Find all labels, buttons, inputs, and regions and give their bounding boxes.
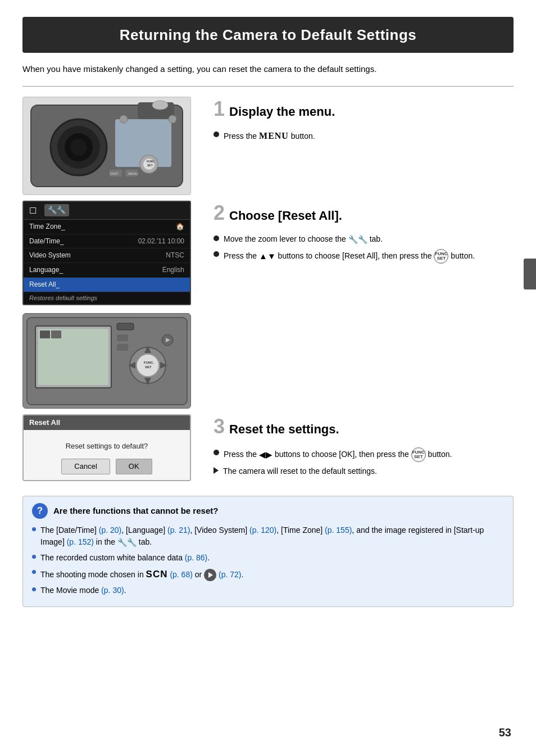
faq-item-2-text: The recorded custom white balance data (… (40, 552, 210, 564)
step-3-title: Reset the settings. (229, 422, 339, 437)
step-2-images-stack: ☐ 🔧🔧 Time Zone_ 🏠 Date/Time_ 02.02.'11 1… (22, 201, 202, 409)
camera-back-image: FUNC. SET (22, 313, 191, 409)
link-time-zone[interactable]: (p. 155) (325, 526, 352, 535)
svg-point-11 (120, 115, 128, 123)
svg-rect-21 (40, 331, 50, 338)
faq-list: The [Date/Time] (p. 20), [Language] (p. … (32, 524, 504, 596)
svg-point-12 (169, 115, 176, 123)
svg-rect-22 (51, 331, 61, 338)
step-3-number: 3 (214, 417, 225, 437)
link-white-balance[interactable]: (p. 86) (185, 553, 207, 562)
bullet-icon-2a (214, 236, 219, 241)
triangle-icon (214, 467, 219, 474)
svg-point-5 (70, 139, 87, 156)
screen-tab-camera: ☐ (27, 203, 39, 218)
bullet-icon-2b (214, 251, 219, 257)
svg-text:SET: SET (147, 164, 153, 167)
menu-row-video-label: Video System (29, 251, 71, 260)
arrow-updown-icon: ▲▼ (259, 251, 276, 261)
faq-bullet-4 (32, 587, 36, 591)
menu-row-timezone-label: Time Zone_ (29, 222, 65, 232)
faq-question: Are there functions that cannot be reset… (53, 505, 218, 517)
step-1-image: FUNC. SET DISP MENU (22, 97, 202, 195)
dialog-cancel-btn[interactable]: Cancel (61, 459, 110, 474)
svg-text:FUNC.: FUNC. (144, 361, 155, 364)
step-2-title: Choose [Reset All]. (229, 209, 342, 223)
faq-item-4: The Movie mode (p. 30). (32, 585, 504, 596)
step-3-image: Reset All Reset settings to default? Can… (22, 414, 202, 481)
screen-tabs: ☐ 🔧🔧 (24, 202, 190, 220)
dialog-title: Reset All (24, 415, 190, 430)
menu-row-language: Language_ English (24, 263, 190, 278)
step-1-row: FUNC. SET DISP MENU (22, 97, 514, 195)
wrench-tab-icon-faq: 🔧🔧 (117, 537, 137, 549)
scn-label: SCN (146, 569, 168, 580)
svg-point-17 (152, 101, 168, 110)
faq-item-3-text: The shooting mode chosen in SCN (p. 68) … (40, 567, 243, 582)
arrow-lr-icon: ◀▶ (259, 449, 272, 459)
menu-row-datetime: Date/Time_ 02.02.'11 10:00 (24, 234, 190, 249)
menu-row-timezone-value: 🏠 (176, 222, 184, 232)
link-video-system[interactable]: (p. 120) (249, 526, 276, 535)
video-mode-icon (204, 569, 216, 581)
step-2-bullet-1: Move the zoom lever to choose the 🔧🔧 tab… (214, 233, 514, 246)
step-1-number: 1 (214, 99, 225, 119)
dialog-body: Reset settings to default? Cancel OK (24, 430, 190, 479)
step-2-bullet-2-text: Press the ▲▼ buttons to choose [Reset Al… (224, 249, 475, 264)
page-number: 53 (499, 725, 511, 740)
reset-dialog: Reset All Reset settings to default? Can… (22, 414, 191, 481)
menu-row-language-label: Language_ (29, 265, 63, 275)
intro-text: When you have mistakenly changed a setti… (22, 63, 514, 76)
wrench-tab-icon: 🔧🔧 (348, 234, 367, 246)
faq-header: ? Are there functions that cannot be res… (32, 503, 504, 519)
menu-screen: ☐ 🔧🔧 Time Zone_ 🏠 Date/Time_ 02.02.'11 1… (22, 201, 191, 305)
faq-item-1: The [Date/Time] (p. 20), [Language] (p. … (32, 524, 504, 549)
step-2-bullet-2: Press the ▲▼ buttons to choose [Reset Al… (214, 249, 514, 264)
link-video-mode[interactable]: (p. 72) (219, 570, 241, 579)
svg-rect-32 (117, 334, 128, 341)
faq-item-3: The shooting mode chosen in SCN (p. 68) … (32, 567, 504, 582)
section-divider (22, 86, 514, 87)
menu-row-datetime-label: Date/Time_ (29, 237, 64, 246)
step-2-bullet-1-text: Move the zoom lever to choose the 🔧🔧 tab… (224, 233, 383, 246)
bullet-icon (214, 132, 219, 137)
faq-bullet-3 (32, 570, 36, 574)
steps-section: FUNC. SET DISP MENU (22, 97, 514, 487)
screen-tab-wrench: 🔧🔧 (44, 204, 69, 216)
link-language[interactable]: (p. 21) (167, 526, 190, 535)
camera-front-image: FUNC. SET DISP MENU (22, 97, 191, 195)
bullet-icon-3a (214, 450, 219, 455)
menu-key: MENU (259, 131, 289, 141)
dialog-buttons: Cancel OK (61, 459, 152, 474)
faq-icon: ? (32, 503, 48, 519)
menu-row-timezone: Time Zone_ 🏠 (24, 220, 190, 234)
menu-row-language-value: English (162, 265, 184, 275)
link-scn[interactable]: (p. 68) (170, 570, 192, 579)
step-2-number: 2 (214, 203, 225, 223)
svg-text:MENU: MENU (128, 172, 138, 175)
faq-item-4-text: The Movie mode (p. 30). (40, 585, 126, 596)
faq-item-2: The recorded custom white balance data (… (32, 552, 504, 564)
menu-row-resetall: Reset All_ (24, 278, 190, 292)
dialog-message: Reset settings to default? (66, 441, 148, 451)
link-movie-mode[interactable]: (p. 30) (101, 586, 124, 595)
faq-item-1-text: The [Date/Time] (p. 20), [Language] (p. … (40, 524, 504, 549)
step-3-content: 3 Reset the settings. Press the ◀▶ butto… (214, 414, 514, 480)
step-3-bullet-2-text: The camera will reset to the default set… (223, 465, 377, 477)
menu-row-resetall-label: Reset All_ (29, 280, 60, 289)
svg-text:DISP: DISP (110, 172, 118, 175)
menu-row-video: Video System NTSC (24, 248, 190, 263)
link-date-time[interactable]: (p. 20) (99, 526, 121, 535)
step-2-content: 2 Choose [Reset All]. Move the zoom leve… (214, 201, 514, 267)
svg-text:SET: SET (145, 365, 152, 369)
dialog-ok-btn[interactable]: OK (116, 459, 152, 474)
faq-bullet-1 (32, 527, 36, 531)
link-startup-image[interactable]: (p. 152) (67, 537, 94, 546)
step-3-bullet-2: The camera will reset to the default set… (214, 465, 514, 477)
menu-row-datetime-value: 02.02.'11 10:00 (138, 237, 184, 246)
svg-rect-33 (117, 344, 128, 351)
step-3-row: Reset All Reset settings to default? Can… (22, 414, 514, 481)
step-3-bullet-1-text: Press the ◀▶ buttons to choose [OK], the… (224, 447, 452, 462)
screen-subtitle: Restores default settings (24, 292, 190, 304)
func-set-icon-3: FUNCSET (411, 447, 426, 462)
